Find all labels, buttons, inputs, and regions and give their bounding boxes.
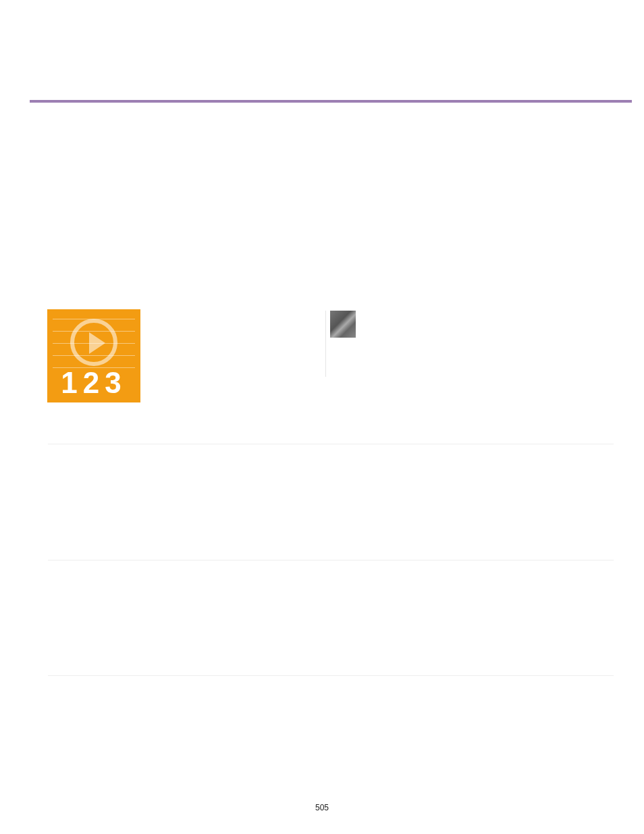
page-number: 505 (0, 803, 644, 812)
thumbnail-digits: 123 (47, 366, 140, 400)
page-root: 123 505 (0, 0, 644, 834)
play-icon (70, 319, 117, 366)
course-thumbnail: 123 (47, 309, 140, 402)
author-photo (330, 311, 356, 338)
section-divider (48, 675, 614, 676)
top-divider (30, 100, 632, 103)
author-separator (325, 311, 326, 377)
section-divider (48, 444, 614, 444)
section-divider (48, 560, 614, 561)
